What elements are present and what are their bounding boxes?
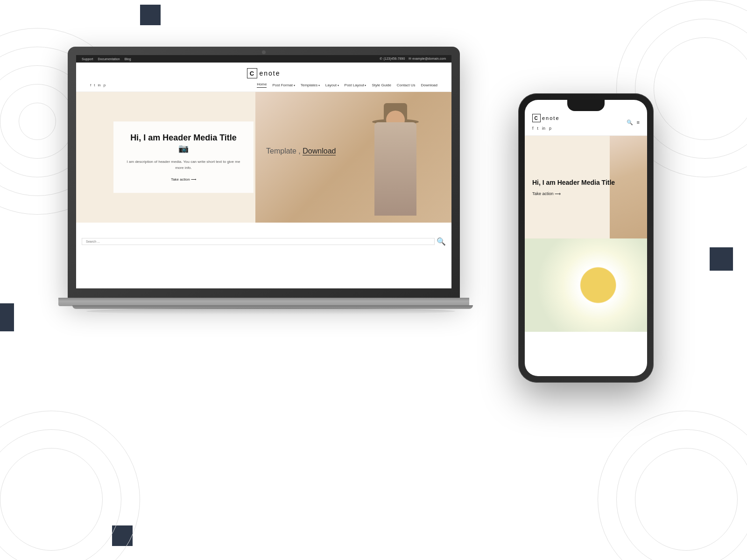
social-twitter[interactable]: t xyxy=(94,83,95,87)
phone-social-pi[interactable]: p xyxy=(549,126,551,131)
phone-screen: C enote f t in p 🔍 ≡ xyxy=(525,100,647,376)
topbar-left: Support Documentation Blog xyxy=(82,57,131,61)
logo-box: C xyxy=(247,68,257,78)
nav-home[interactable]: Home xyxy=(257,82,267,88)
flower-image xyxy=(525,238,647,332)
hero-figure xyxy=(349,101,442,223)
deco-circle-br3 xyxy=(635,448,738,551)
phone-social-tw[interactable]: t xyxy=(537,126,539,131)
phone-hero-title: Hi, I am Header Media Title xyxy=(532,178,615,187)
phone-social-fb[interactable]: f xyxy=(532,126,534,131)
deco-circle-br2 xyxy=(616,429,747,560)
deco-circle-bl3 xyxy=(0,448,103,551)
site-content-below: 🔍 xyxy=(76,223,451,260)
topbar-support[interactable]: Support xyxy=(82,57,93,61)
phone-notch xyxy=(567,100,605,111)
logo-name: enote xyxy=(259,70,280,77)
topbar-phone: ✆ (123)456-7890 xyxy=(380,57,405,61)
topbar-docs[interactable]: Documentation xyxy=(98,57,120,61)
deco-square-1 xyxy=(140,5,161,25)
social-pinterest[interactable]: p xyxy=(104,83,106,87)
hero-cta-link[interactable]: Take action ⟶ xyxy=(127,178,240,182)
phone-logo-box: C xyxy=(532,114,541,122)
nav-post-layout[interactable]: Post Layout xyxy=(345,83,366,87)
social-linkedin[interactable]: in xyxy=(98,83,100,87)
hero-description: I am description of header media. You ca… xyxy=(127,159,240,171)
phone-menu-icon[interactable]: ≡ xyxy=(637,119,640,126)
phone-header-icons: 🔍 ≡ xyxy=(627,119,640,126)
deco-circle-r3 xyxy=(654,37,747,140)
phone-social: f t in p xyxy=(532,126,560,131)
laptop-shadow xyxy=(86,308,455,315)
nav-style-guide[interactable]: Style Guide xyxy=(372,83,391,87)
deco-circle-4 xyxy=(0,84,75,159)
laptop-bezel: Support Documentation Blog ✆ (123)456-78… xyxy=(68,47,460,299)
nav-contact[interactable]: Contact Us xyxy=(397,83,416,87)
phone-social-li[interactable]: in xyxy=(542,126,545,131)
nav-post-format[interactable]: Post Format xyxy=(272,83,295,87)
laptop-screen: Support Documentation Blog ✆ (123)456-78… xyxy=(76,55,451,288)
nav-layout[interactable]: Layout xyxy=(325,83,339,87)
figure-body xyxy=(374,122,416,216)
social-facebook[interactable]: f xyxy=(90,83,91,87)
nav-templates[interactable]: Templates xyxy=(301,83,320,87)
phone-logo[interactable]: C enote xyxy=(532,114,560,122)
social-links: f t in p xyxy=(90,83,106,87)
laptop-mockup: Support Documentation Blog ✆ (123)456-78… xyxy=(68,47,474,336)
site-topbar: Support Documentation Blog ✆ (123)456-78… xyxy=(76,55,451,63)
site-nav: f t in p Home Post Format Templates Layo… xyxy=(85,82,442,88)
main-nav: Home Post Format Templates Layout Post L… xyxy=(257,82,437,88)
phone-search-icon[interactable]: 🔍 xyxy=(627,119,633,126)
phone-hero-cta[interactable]: Take action ⟶ xyxy=(532,191,615,196)
site-logo[interactable]: C enote xyxy=(247,68,280,78)
deco-square-4 xyxy=(112,525,133,546)
laptop-camera xyxy=(262,50,266,54)
deco-circle-br1 xyxy=(598,411,747,560)
topbar-email: ✉ example@domain.com xyxy=(409,57,446,61)
hero-title: Hi, I am Header Media Title 📷 xyxy=(127,133,240,154)
deco-circle-bl1 xyxy=(0,411,140,560)
page-text-template: Template , xyxy=(266,147,301,155)
topbar-right: ✆ (123)456-7890 ✉ example@domain.com xyxy=(380,57,446,61)
nav-download[interactable]: Download xyxy=(421,83,437,87)
hero-image xyxy=(255,92,451,223)
page-text-download-link[interactable]: Download xyxy=(303,147,336,155)
phone-hero: Hi, I am Header Media Title Take action … xyxy=(525,136,647,238)
deco-circle-bl2 xyxy=(0,429,121,560)
hero-text-box: Hi, I am Header Media Title 📷 I am descr… xyxy=(113,121,254,193)
topbar-blog[interactable]: Blog xyxy=(125,57,131,61)
deco-square-2 xyxy=(710,247,733,271)
page-text-area: Template , Download xyxy=(266,147,500,155)
phone-logo-name: enote xyxy=(542,115,560,121)
search-area: 🔍 xyxy=(82,226,446,256)
phone-bezel: C enote f t in p 🔍 ≡ xyxy=(518,93,654,383)
deco-square-3 xyxy=(0,303,14,331)
search-input[interactable] xyxy=(82,238,435,245)
phone-hero-text: Hi, I am Header Media Title Take action … xyxy=(525,169,622,205)
phone-mockup: C enote f t in p 🔍 ≡ xyxy=(518,93,654,383)
deco-circle-5 xyxy=(19,103,56,140)
site-header: C enote f t in p Home Post Format Templa… xyxy=(76,63,451,92)
search-icon[interactable]: 🔍 xyxy=(437,237,446,246)
phone-flower-section xyxy=(525,238,647,332)
site-hero: Hi, I am Header Media Title 📷 I am descr… xyxy=(76,92,451,223)
